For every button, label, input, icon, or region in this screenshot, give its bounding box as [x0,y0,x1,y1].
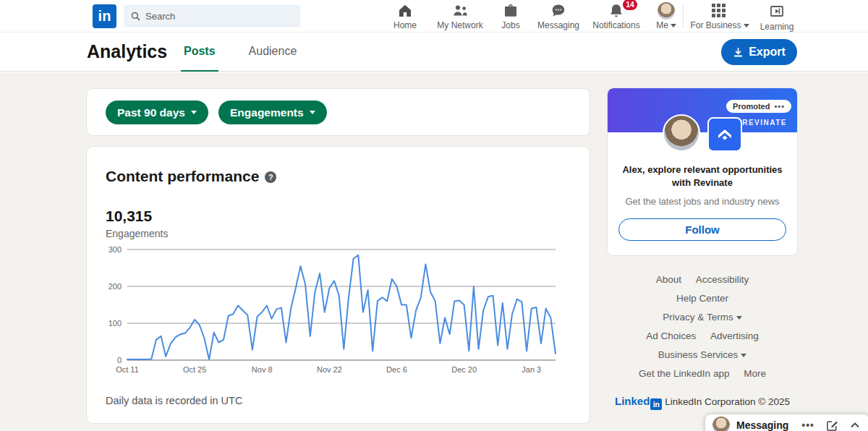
nav-item-messaging[interactable]: Messaging [532,0,585,33]
messaging-dock[interactable]: Messaging ••• [705,414,868,431]
metric-filter[interactable]: Engagements [218,101,327,124]
footer-link-business-services[interactable]: Business Services [658,346,746,364]
promoted-ad-card: ◆ REVINATE Promoted ••• Alex, explore re… [608,88,797,255]
tab-posts[interactable]: Posts [181,33,218,72]
chevron-down-icon [736,316,742,320]
revinate-chevron-icon [714,124,736,145]
my-network-icon [451,2,469,20]
dock-avatar [712,417,730,431]
footer-link-accessibility[interactable]: Accessibility [696,270,749,289]
engagements-line-chart: 0100200300Oct 11Oct 25Nov 8Nov 22Dec 6De… [101,245,575,377]
svg-text:0: 0 [117,356,122,364]
ad-headline: Alex, explore relevant opportunities wit… [618,163,787,189]
svg-text:100: 100 [109,319,122,328]
search-input[interactable] [145,11,283,22]
footer-link-advertising[interactable]: Advertising [710,327,759,346]
footer-copyright: Linkedin LinkedIn Corporation © 2025 [608,394,797,410]
card-title: Content performance ? [106,168,276,185]
follow-button[interactable]: Follow [618,218,786,241]
nav-label: For Business [690,20,749,30]
nav-item-for-business[interactable]: For Business [689,0,751,33]
me-avatar [658,2,675,20]
nav-item-notifications[interactable]: 14 Notifications [585,0,647,33]
footer-link-privacy-terms[interactable]: Privacy & Terms [663,308,741,327]
learning-icon [768,3,786,20]
total-engagements-value: 10,315 [106,208,152,225]
footer-link-ad-choices[interactable]: Ad Choices [646,327,696,346]
chevron-down-icon [191,111,197,114]
analytics-header: Analytics Posts Audience Export [0,33,868,72]
nav-item-me[interactable]: Me [647,0,685,33]
nav-label: Notifications [592,20,639,30]
footer-links: About Accessibility Help Center Privacy … [608,270,797,383]
linkedin-square-icon: in [650,398,662,410]
chevron-up-icon[interactable] [850,420,860,430]
promoted-pill[interactable]: Promoted ••• [726,100,791,113]
svg-text:Nov 8: Nov 8 [252,365,273,374]
footer-link-help-center[interactable]: Help Center [676,289,728,308]
top-navigation-bar: in Home My Netwo [0,0,868,33]
dock-more-options-icon[interactable]: ••• [801,419,814,431]
svg-text:Jan 3: Jan 3 [522,365,541,374]
analytics-tabs: Posts Audience [181,33,327,72]
chevron-down-icon [671,24,676,27]
download-icon [733,47,744,58]
home-icon [396,2,414,20]
nav-label: My Network [437,20,482,30]
export-button[interactable]: Export [721,39,797,65]
total-engagements-label: Engagements [106,228,168,239]
linkedin-analytics-page: in Home My Netwo [0,0,868,431]
chart-footnote: Daily data is recorded in UTC [106,395,242,406]
svg-text:Dec 20: Dec 20 [451,365,477,374]
svg-text:300: 300 [109,245,122,254]
nav-item-home[interactable]: Home [380,0,430,33]
ad-subtext: Get the latest jobs and industry news [618,196,787,207]
notifications-badge: 14 [623,0,637,10]
member-avatar [663,114,700,152]
jobs-icon [502,2,519,20]
nav-items: Home My Network Jobs [380,0,685,33]
ad-banner: ◆ REVINATE Promoted ••• [608,88,797,132]
svg-text:Oct 25: Oct 25 [183,365,206,374]
nav-label: Jobs [501,20,519,30]
chart-container: 0100200300Oct 11Oct 25Nov 8Nov 22Dec 6De… [101,245,575,380]
messaging-dock-label: Messaging [736,419,801,431]
linkedin-wordmark: Linkedin [615,395,662,407]
linkedin-logo[interactable]: in [93,4,116,28]
time-range-filter[interactable]: Past 90 days [106,101,208,124]
revinate-logo[interactable] [707,117,742,152]
help-icon[interactable]: ? [265,171,276,183]
nav-label: Messaging [537,20,579,30]
nav-label: Home [393,20,417,30]
nav-item-jobs[interactable]: Jobs [490,0,532,33]
svg-text:Dec 6: Dec 6 [386,365,407,374]
nav-item-my-network[interactable]: My Network [430,0,490,33]
footer-link-about[interactable]: About [656,270,681,289]
nav-label: Me [656,20,676,30]
nav-divider [683,4,684,28]
compose-icon[interactable] [826,419,838,431]
svg-text:Oct 11: Oct 11 [116,365,139,374]
nav-item-learning[interactable]: Learning [755,0,799,33]
nav-label: Learning [760,22,794,32]
chevron-down-icon [744,24,749,27]
footer-link-get-app[interactable]: Get the LinkedIn app [639,364,729,383]
page-title: Analytics [87,41,167,62]
for-business-grid-icon [712,3,728,19]
messaging-icon [550,2,567,20]
chevron-down-icon [741,354,746,357]
chevron-down-icon [310,111,315,114]
search-icon [131,12,140,21]
content-performance-card: Content performance ? 10,315 Engagements… [87,147,590,423]
footer-link-more[interactable]: More [744,364,766,383]
filters-card: Past 90 days Engagements [87,89,590,135]
search-box[interactable] [124,5,300,27]
svg-text:Nov 22: Nov 22 [317,365,342,374]
tab-audience[interactable]: Audience [246,33,300,72]
svg-text:200: 200 [109,282,122,291]
more-options-icon[interactable]: ••• [774,102,785,111]
